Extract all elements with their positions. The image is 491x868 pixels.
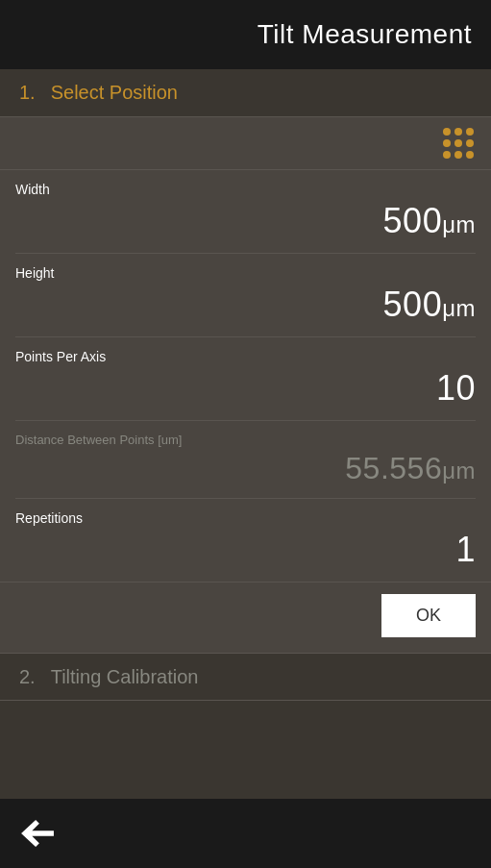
section2-title: Tilting Calibration (51, 666, 199, 688)
dot (454, 128, 462, 136)
page-title: Tilt Measurement (258, 19, 472, 50)
distance-between-points-value: 55.556μm (15, 451, 476, 486)
dot (454, 139, 462, 147)
section2-header: 2. Tilting Calibration (0, 653, 491, 701)
ok-button[interactable]: OK (381, 594, 476, 637)
header: Tilt Measurement (0, 0, 491, 69)
dot (466, 139, 474, 147)
repetitions-value[interactable]: 1 (15, 530, 476, 570)
section2-number: 2. (19, 666, 36, 688)
ok-area: OK (0, 583, 491, 653)
distance-between-points-field: Distance Between Points [um] 55.556μm (15, 421, 476, 499)
section1-header: 1. Select Position (0, 69, 491, 117)
points-per-axis-field: Points Per Axis 10 (15, 337, 476, 421)
height-label: Height (15, 265, 476, 281)
bottom-bar (0, 799, 491, 868)
dot (454, 151, 462, 159)
main-content: Width 500μm Height 500μm Points Per Axis… (0, 170, 491, 583)
height-value[interactable]: 500μm (15, 285, 476, 325)
grid-dots-icon[interactable] (443, 128, 474, 159)
grid-area[interactable] (0, 117, 491, 170)
repetitions-label: Repetitions (15, 510, 476, 526)
dot (466, 151, 474, 159)
points-per-axis-value[interactable]: 10 (15, 368, 476, 409)
points-per-axis-label: Points Per Axis (15, 349, 476, 364)
section1-number: 1. (19, 82, 36, 104)
section1-title: Select Position (51, 82, 178, 104)
width-value[interactable]: 500μm (15, 201, 476, 241)
width-label: Width (15, 182, 476, 197)
width-field: Width 500μm (15, 170, 476, 254)
back-button[interactable] (19, 818, 56, 849)
distance-between-points-label: Distance Between Points [um] (15, 433, 476, 447)
dot (443, 128, 451, 136)
repetitions-field: Repetitions 1 (15, 499, 476, 582)
height-field: Height 500μm (15, 254, 476, 337)
dot (443, 151, 451, 159)
dot (466, 128, 474, 136)
dot (443, 139, 451, 147)
